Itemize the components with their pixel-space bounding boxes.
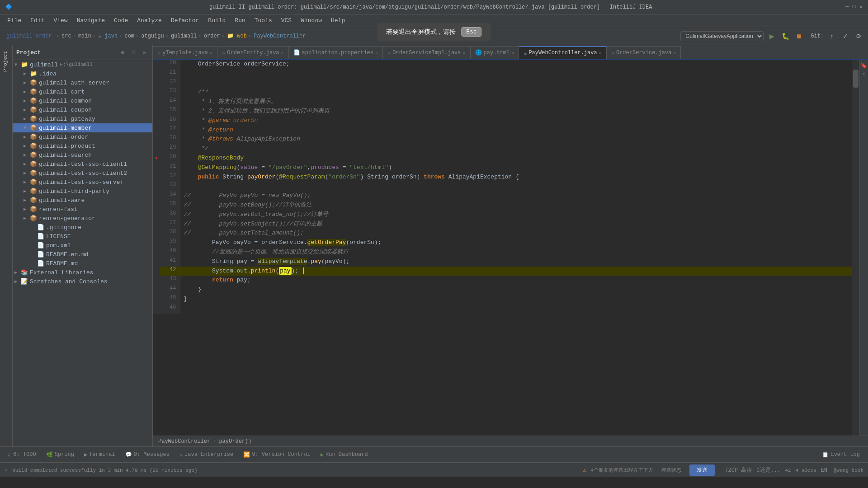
tree-item-idea[interactable]: ▶ 📁 .idea xyxy=(13,69,152,78)
run-btn[interactable]: ▶ xyxy=(766,31,777,42)
gear-icon[interactable]: ⚙ xyxy=(118,48,127,57)
maximize-btn[interactable]: □ xyxy=(853,4,856,10)
tab-terminal[interactable]: ▶ Terminal xyxy=(80,450,120,460)
line-content-39[interactable]: PayVo payVo = orderService.getOrderPay(o… xyxy=(180,238,852,248)
line-content-42[interactable]: System.out.println(pay); xyxy=(180,267,852,276)
tab-close-orderservice-impl[interactable]: ✕ xyxy=(463,50,466,56)
line-content-41[interactable]: String pay = alipayTemplate.pay(payVo); xyxy=(180,257,852,267)
code-content[interactable]: 20 OrderService orderService; 21 xyxy=(153,60,852,436)
tab-version-control[interactable]: 🔀 9: Version Control xyxy=(239,450,315,460)
menu-analyze[interactable]: Analyze xyxy=(133,16,165,25)
close-btn[interactable]: ✕ xyxy=(859,4,863,10)
collapse-icon[interactable]: ≡ xyxy=(129,48,138,57)
line-content-22[interactable] xyxy=(180,79,852,88)
bc-java[interactable]: ☕ java xyxy=(98,33,118,39)
line-content-30[interactable]: @ResponseBody xyxy=(180,154,852,163)
bc-order[interactable]: order xyxy=(204,33,220,39)
line-content-24[interactable]: * 1、将支付页浏览器展示。 xyxy=(180,97,852,107)
menu-help[interactable]: Help xyxy=(327,16,349,25)
tree-item-sso2[interactable]: ▶ 📦 gulimall-test-sso-client2 xyxy=(13,169,152,178)
tree-item-gitignore[interactable]: ▶ 📄 .gitignore xyxy=(13,223,152,232)
tree-item-search[interactable]: ▶ 📦 gulimall-search xyxy=(13,150,152,160)
tab-spring[interactable]: 🌿 Spring xyxy=(42,450,79,460)
git-update-btn[interactable]: ↑ xyxy=(826,31,837,42)
tab-java-enterprise[interactable]: ☕ Java Enterprise xyxy=(175,450,238,460)
run-config-dropdown[interactable]: GulimallGatewayApplication xyxy=(680,31,764,41)
tree-item-common[interactable]: ▶ 📦 gulimall-common xyxy=(13,96,152,105)
tree-item-cart[interactable]: ▶ 📦 gulimall-cart xyxy=(13,87,152,96)
resolution-label[interactable]: 720P 高清 xyxy=(725,466,752,474)
bc-main[interactable]: main xyxy=(78,33,91,39)
tab-close-app-props[interactable]: ✕ xyxy=(375,50,378,56)
bc-web[interactable]: 📁 web xyxy=(227,33,247,39)
tree-item-coupon[interactable]: ▶ 📦 gulimall-coupon xyxy=(13,105,152,114)
line-content-37[interactable]: // payVo.setSubject();//订单的主题 xyxy=(180,220,852,229)
bc-controller[interactable]: PayWebController xyxy=(254,33,306,39)
tree-item-license[interactable]: ▶ 📄 LICENSE xyxy=(13,232,152,241)
tree-root[interactable]: ▼ 📁 gulimall F:\gulimall xyxy=(13,60,152,69)
bc-payorder-method[interactable]: payOrder() xyxy=(219,438,251,445)
line-content-32[interactable]: public String payOrder(@RequestParam("or… xyxy=(180,173,852,182)
tab-todo[interactable]: ☑ 6: TODO xyxy=(4,450,41,460)
tab-run-dashboard[interactable]: ▶ Run Dashboard xyxy=(316,450,373,460)
line-content-29[interactable]: */ xyxy=(180,144,852,154)
tree-item-renren-gen[interactable]: ▶ 📦 renren-generator xyxy=(13,214,152,223)
line-content-20[interactable]: OrderService orderService; xyxy=(180,60,852,69)
tree-item-pom[interactable]: ▶ 📄 pom.xml xyxy=(13,241,152,250)
project-tool-btn[interactable]: Project xyxy=(1,48,12,75)
menu-file[interactable]: File xyxy=(4,16,25,25)
git-history-btn[interactable]: ⟳ xyxy=(854,31,864,42)
bc-src[interactable]: src xyxy=(61,33,71,39)
tree-item-renren-fast[interactable]: ▶ 📦 renren-fast xyxy=(13,205,152,214)
bc-gulimall[interactable]: gulimall xyxy=(171,33,197,39)
tab-close-ytemplate[interactable]: ✕ xyxy=(210,50,212,56)
tab-application-props[interactable]: 📄 application.properties ✕ xyxy=(289,46,383,59)
stop-btn[interactable]: ⏹ xyxy=(793,31,804,42)
tree-item-readme-en[interactable]: ▶ 📄 README.en.md xyxy=(13,250,152,259)
tab-messages[interactable]: 💬 0: Messages xyxy=(121,450,174,460)
tab-paywebcontroller[interactable]: ☕ PayWebController.java ✕ xyxy=(519,46,607,59)
tree-item-sso1[interactable]: ▶ 📦 gulimall-test-sso-client1 xyxy=(13,160,152,169)
tab-pay-html[interactable]: 🌐 pay.html ✕ xyxy=(471,46,519,59)
line-content-23[interactable]: /** xyxy=(180,88,852,97)
encoding-label[interactable]: C还是... xyxy=(756,466,780,474)
menu-build[interactable]: Build xyxy=(204,16,229,25)
tree-item-readme[interactable]: ▶ 📄 README.md xyxy=(13,259,152,268)
send-button[interactable]: 发送 xyxy=(689,465,715,476)
menu-tools[interactable]: Tools xyxy=(251,16,276,25)
line-content-38[interactable]: // payVo.setTotal_amount(); xyxy=(180,229,852,238)
menu-vcs[interactable]: VCS xyxy=(278,16,295,25)
editor-scrollbar[interactable] xyxy=(852,60,859,436)
tree-item-auth[interactable]: ▶ 📦 gulimall-auth-server xyxy=(13,78,152,87)
menu-code[interactable]: Code xyxy=(110,16,132,25)
menu-refactor[interactable]: Refactor xyxy=(167,16,203,25)
lang-label[interactable]: EN xyxy=(821,467,827,474)
tab-ytemplate[interactable]: ☕ yTemplate.java ✕ xyxy=(153,46,217,59)
line-content-33[interactable] xyxy=(180,182,852,191)
line-content-26[interactable]: * @param orderSn xyxy=(180,116,852,126)
line-content-21[interactable] xyxy=(180,69,852,79)
git-push-btn[interactable]: ✓ xyxy=(840,31,851,42)
breakpoint-30[interactable]: ● xyxy=(153,154,160,163)
heatmap-icon[interactable]: ⚡ xyxy=(862,71,865,78)
close-sidebar-icon[interactable]: ✕ xyxy=(140,48,149,57)
line-content-34[interactable]: // PayVo payVo = new PayVo(); xyxy=(180,191,852,201)
tab-close-order-entity[interactable]: ✕ xyxy=(281,50,284,56)
scroll-thumb[interactable] xyxy=(853,70,859,88)
tree-item-ext-libs[interactable]: ▶ 📚 External Libraries xyxy=(13,268,152,277)
bc-gulimall-order[interactable]: gulimall-order xyxy=(4,32,55,40)
tree-item-ware[interactable]: ▶ 📦 gulimall-ware xyxy=(13,196,152,205)
bc-atguigu[interactable]: atguigu xyxy=(141,33,164,39)
line-content-44[interactable]: } xyxy=(180,285,852,295)
line-content-46[interactable] xyxy=(180,304,852,314)
code-editor[interactable]: 20 OrderService orderService; 21 xyxy=(153,60,868,436)
debug-btn[interactable]: 🐛 xyxy=(780,31,791,42)
line-content-27[interactable]: * @return xyxy=(180,126,852,135)
tree-item-scratches[interactable]: ▶ 📝 Scratches and Consoles xyxy=(13,277,152,286)
menu-view[interactable]: View xyxy=(50,16,71,25)
tab-order-entity[interactable]: ☕ OrderEntity.java ✕ xyxy=(217,46,288,59)
menu-navigate[interactable]: Navigate xyxy=(73,16,108,25)
bookmarks-icon[interactable]: 🔖 xyxy=(860,62,867,69)
tree-item-gateway[interactable]: ▶ 📦 gulimall-gateway xyxy=(13,114,152,123)
bc-paywebcontroller[interactable]: PayWebController xyxy=(158,438,210,445)
